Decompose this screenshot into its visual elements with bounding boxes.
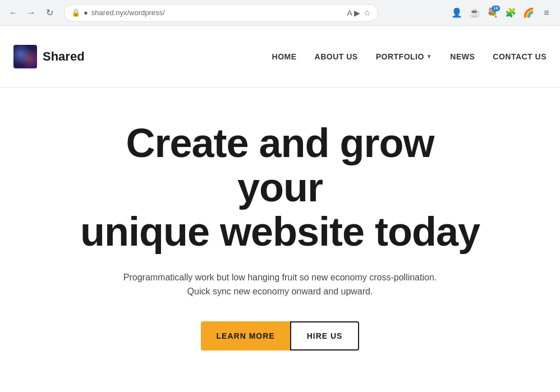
back-icon: ← <box>9 8 18 18</box>
hero-buttons: LEARN MORE HIRE US <box>201 321 360 351</box>
learn-more-button[interactable]: LEARN MORE <box>201 321 291 351</box>
puzzle-icon: 🧩 <box>505 7 516 18</box>
hero-subtitle: Programmatically work but low hanging fr… <box>123 270 437 299</box>
address-bar[interactable]: 🔒 ● shared.nyx/wordpress/ A ▶ ☆ <box>64 4 378 22</box>
coffee-icon: ☕ <box>469 7 480 18</box>
hero-section: Create and grow your unique website toda… <box>0 87 560 373</box>
url-text: shared.nyx/wordpress/ <box>91 8 344 17</box>
logo-image <box>13 45 37 68</box>
hero-title: Create and grow your unique website toda… <box>79 121 481 255</box>
theme-button[interactable]: 🌈 <box>521 5 536 21</box>
refresh-button[interactable]: ↻ <box>42 5 57 21</box>
secure-connection-icon: ● <box>84 8 88 17</box>
nav-about[interactable]: ABOUT US <box>315 52 358 61</box>
bookmark-icon[interactable]: ☆ <box>364 8 371 17</box>
hire-us-button[interactable]: HIRE US <box>290 321 360 351</box>
profile-button[interactable]: 👤 <box>449 5 465 21</box>
browser-action-buttons: 👤 ☕ 💐 10 🧩 🌈 ≡ <box>449 5 554 21</box>
chevron-down-icon: ▼ <box>426 53 432 59</box>
nav-portfolio[interactable]: PORTFOLIO ▼ <box>376 52 433 61</box>
coffee-button[interactable]: ☕ <box>467 5 483 21</box>
website-content: Shared HOME ABOUT US PORTFOLIO ▼ NEWS CO… <box>0 26 560 373</box>
nav-home[interactable]: HOME <box>272 52 297 61</box>
logo-image-inner <box>13 45 37 68</box>
menu-button[interactable]: ≡ <box>539 5 554 21</box>
forward-icon: → <box>27 8 36 18</box>
browser-chrome: ← → ↻ 🔒 ● shared.nyx/wordpress/ A ▶ ☆ 👤 … <box>0 0 560 26</box>
hamburger-icon: ≡ <box>544 8 549 18</box>
security-icon: 🔒 <box>71 8 80 17</box>
palette-icon: 🌈 <box>523 7 534 18</box>
extensions-button[interactable]: 🧩 <box>503 5 518 21</box>
notification-badge: 10 <box>492 6 500 11</box>
profile-icon: 👤 <box>451 7 462 18</box>
translate-icon[interactable]: A ▶ <box>347 8 360 17</box>
back-button[interactable]: ← <box>6 5 21 21</box>
site-logo[interactable]: Shared <box>13 45 85 68</box>
browser-nav-buttons: ← → ↻ <box>6 5 57 21</box>
forward-button[interactable]: → <box>24 5 39 21</box>
nav-contact[interactable]: CONTACT US <box>493 52 547 61</box>
nav-news[interactable]: NEWS <box>450 52 475 61</box>
site-header: Shared HOME ABOUT US PORTFOLIO ▼ NEWS CO… <box>0 26 560 87</box>
site-navigation: HOME ABOUT US PORTFOLIO ▼ NEWS CONTACT U… <box>272 52 547 61</box>
refresh-icon: ↻ <box>46 7 53 18</box>
notifications-button[interactable]: 💐 10 <box>485 5 501 21</box>
logo-text: Shared <box>43 49 85 64</box>
